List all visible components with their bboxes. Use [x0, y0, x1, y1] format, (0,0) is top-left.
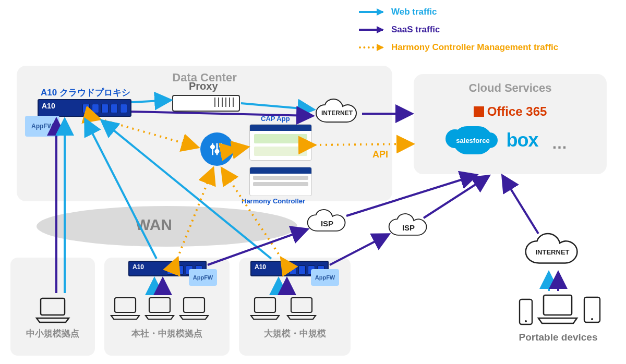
svg-rect-7 [115, 298, 136, 312]
a10-cloud-proxy-title: A10 クラウドプロキシ [41, 87, 130, 99]
laptop-icon [144, 295, 175, 321]
portable-devices-label: Portable devices [506, 332, 610, 343]
cap-app-label: CAP App [261, 115, 290, 123]
legend-web: Web traffic [391, 7, 437, 17]
cloud-services-title: Cloud Services [414, 81, 607, 95]
box-logo: box [506, 129, 538, 151]
svg-rect-11 [291, 298, 312, 312]
appfw-badge-hq: AppFW [189, 269, 217, 286]
svg-rect-14 [544, 295, 572, 315]
harmony-dashboard [249, 167, 312, 196]
svg-point-3 [211, 145, 214, 149]
legend-mgmt: Harmony Controller Management traffic [391, 42, 558, 53]
svg-rect-9 [184, 298, 204, 312]
cloud-isp-1: ISP [305, 209, 350, 228]
laptop-icon [536, 292, 579, 326]
svg-point-13 [525, 320, 527, 322]
svg-point-16 [591, 318, 593, 320]
salesforce-logo: salesforce [453, 126, 492, 154]
a10-device-main: A10 [38, 99, 131, 117]
svg-rect-10 [255, 298, 275, 312]
phone-icon [516, 297, 535, 327]
laptop-icon [286, 295, 317, 321]
more-services: … [552, 135, 568, 154]
wan-label: WAN [136, 216, 172, 234]
legend-saas: SaaS traffic [391, 25, 440, 35]
cloud-services-panel: Cloud Services Office 365 salesforce box… [414, 74, 607, 174]
a10-brand-label: A10 [42, 102, 55, 110]
laptop-icon [110, 295, 141, 321]
appfw-badge-large: AppFW [311, 269, 339, 286]
legend: Web traffic SaaS traffic Harmony Control… [359, 3, 558, 56]
cloud-internet-bottom: INTERNET [522, 232, 583, 256]
svg-line-33 [424, 176, 488, 218]
laptop-icon [178, 295, 210, 321]
harmony-controller-icon [200, 132, 234, 166]
api-label: API [372, 149, 388, 160]
proxy-label: Proxy [189, 80, 218, 92]
laptop-icon [249, 295, 281, 321]
harmony-label: Harmony Controller [242, 197, 305, 205]
office365-logo: Office 365 [474, 104, 547, 119]
cloud-internet-top: INTERNET [313, 98, 361, 117]
proxy-device [172, 95, 240, 112]
cloud-isp-2: ISP [386, 213, 431, 232]
svg-point-4 [215, 150, 219, 153]
svg-line-34 [503, 176, 538, 234]
laptop-icon [34, 295, 71, 324]
cap-app-dashboard [249, 124, 312, 161]
appfw-badge-main: AppFW [25, 116, 59, 137]
tablet-icon [581, 295, 603, 325]
svg-point-5 [220, 144, 223, 148]
svg-rect-6 [41, 298, 65, 315]
svg-rect-8 [149, 298, 170, 312]
